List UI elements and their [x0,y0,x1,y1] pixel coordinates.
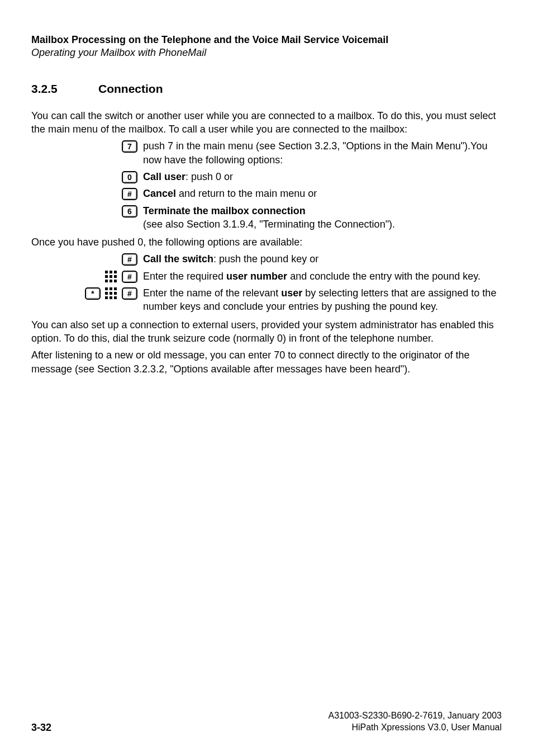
header-subtitle: Operating your Mailbox with PhoneMail [31,46,502,59]
page-footer: 3-32 A31003-S2330-B690-2-7619, January 2… [31,710,502,734]
instruction-step: 6Terminate the mailbox connection(see al… [31,204,502,231]
step-text: Cancel and return to the main menu or [143,187,502,200]
emphasis-text: Cancel [143,188,176,199]
closing-paragraph-2: After listening to a new or old message,… [31,348,502,376]
step-key-column: # [31,270,143,283]
emphasis-text: Call the switch [143,253,213,264]
footer-doc-id: A31003-S2330-B690-2-7619, January 2003 [329,710,502,722]
step-key-column: 0 [31,170,143,183]
instruction-step: 7push 7 in the main menu (see Section 3.… [31,139,502,167]
mid-instruction: Once you have pushed 0, the following op… [31,235,502,249]
header-title: Mailbox Processing on the Telephone and … [31,34,502,46]
section-title: Connection [98,82,163,96]
instruction-step: #Cancel and return to the main menu or [31,187,502,200]
section-heading: 3.2.5 Connection [31,82,502,96]
section-number: 3.2.5 [31,82,70,96]
page-number: 3-32 [31,722,51,734]
step-text: Enter the required user number and concl… [143,270,502,283]
key-0-icon: 0 [122,171,137,183]
keypad-icon [105,287,117,300]
step-text: Call user: push 0 or [143,170,502,183]
step-key-column: # [31,252,143,266]
key-7-icon: 7 [122,140,137,153]
emphasis-text: Terminate the mailbox connection [143,205,306,216]
key-pound-icon: # [122,287,137,300]
step-key-column: # [31,187,143,200]
instruction-step: #Enter the required user number and conc… [31,270,502,283]
instruction-step: *#Enter the name of the relevant user by… [31,286,502,314]
step-text: push 7 in the main menu (see Section 3.2… [143,139,502,167]
emphasis-text: user [281,287,302,299]
step-text: Enter the name of the relevant user by s… [143,286,502,314]
step-key-column: *# [31,286,143,300]
key-star-icon: * [85,287,101,300]
intro-paragraph: You can call the switch or another user … [31,109,502,136]
keypad-icon [105,271,117,283]
closing-paragraph-1: You can also set up a connection to exte… [31,318,502,346]
instruction-step: 0Call user: push 0 or [31,170,502,183]
key-6-icon: 6 [122,205,137,218]
key-pound-icon: # [122,271,137,283]
footer-product: HiPath Xpressions V3.0, User Manual [329,721,502,734]
step-text: Call the switch: push the pound key or [143,252,502,266]
step-key-column: 6 [31,204,143,218]
step-key-column: 7 [31,139,143,153]
emphasis-text: Call user [143,171,185,182]
instruction-step: #Call the switch: push the pound key or [31,252,502,266]
key-pound-icon: # [122,253,137,266]
step-text: Terminate the mailbox connection(see als… [143,204,502,231]
key-pound-icon: # [122,188,137,200]
emphasis-text: user number [226,271,287,282]
